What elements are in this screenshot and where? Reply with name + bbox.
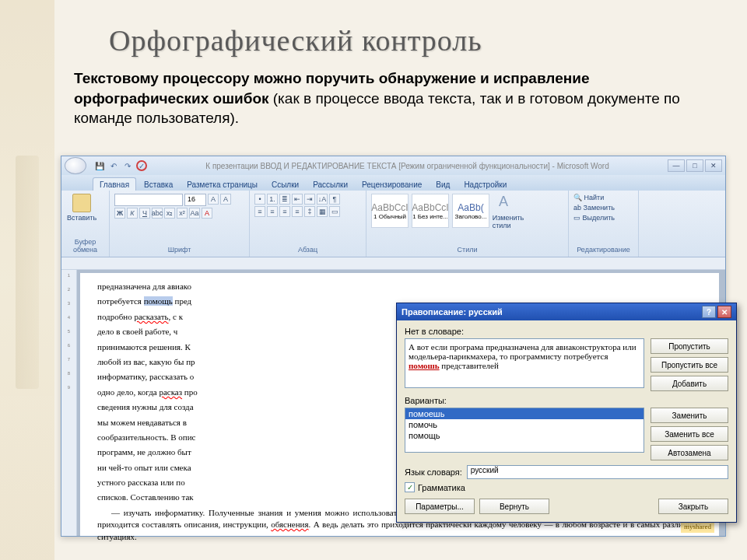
tab-insert[interactable]: Вставка <box>138 178 179 191</box>
slide-title: Орфографический контроль <box>109 23 482 58</box>
shrink-font-icon[interactable]: A <box>220 194 231 205</box>
ribbon: Вставить Буфер обмена 16 A A Ж К Ч abc x… <box>61 191 725 257</box>
change-styles-icon: A <box>499 194 517 212</box>
variant-item[interactable]: помощь <box>405 430 644 441</box>
grammar-label: Грамматика <box>418 483 465 492</box>
tab-view[interactable]: Вид <box>430 178 456 191</box>
redo-icon[interactable]: ↷ <box>122 160 133 171</box>
close-dialog-button[interactable]: Закрыть <box>658 499 728 514</box>
window-title-text: К презентации ВВОД И РЕДАКТИРОВАНИЕ ТЕКС… <box>150 162 665 170</box>
misspelled-word: обяснения <box>271 520 308 529</box>
minimize-button[interactable]: — <box>668 159 685 172</box>
strike-icon[interactable]: abc <box>152 208 163 219</box>
dialog-title-bar[interactable]: Правописание: русский ? ✕ <box>397 303 736 320</box>
skip-button[interactable]: Пропустить <box>651 338 728 354</box>
horizontal-ruler[interactable] <box>61 257 725 270</box>
tab-addins[interactable]: Надстройки <box>458 178 513 191</box>
error-word: помошь <box>409 361 440 370</box>
underline-button[interactable]: Ч <box>139 208 150 219</box>
find-button[interactable]: 🔍 Найти <box>573 194 615 201</box>
numbering-icon[interactable]: 1. <box>267 194 278 205</box>
superscript-icon[interactable]: x² <box>177 208 188 219</box>
spelling-dialog: Правописание: русский ? ✕ Нет в словаре:… <box>396 303 737 523</box>
style-nospacing[interactable]: AaBbCcI1 Без инте... <box>412 194 449 228</box>
align-left-icon[interactable]: ≡ <box>254 206 265 217</box>
variant-item[interactable]: помочь <box>405 419 644 430</box>
variant-item[interactable]: помоешь <box>405 408 644 419</box>
shading-icon[interactable]: ▦ <box>317 206 328 217</box>
dialog-title-text: Правописание: русский <box>402 307 503 317</box>
bullets-icon[interactable]: • <box>254 194 265 205</box>
border-icon[interactable]: ▭ <box>329 206 340 217</box>
misspelled-word: расказать <box>134 312 168 321</box>
variants-label: Варианты: <box>405 396 728 405</box>
close-button[interactable]: ✕ <box>705 159 722 172</box>
paste-button[interactable]: Вставить <box>66 194 97 222</box>
align-center-icon[interactable]: ≡ <box>267 206 278 217</box>
font-name-combo[interactable] <box>114 194 183 206</box>
group-styles-label: Стили <box>371 244 563 254</box>
replace-button[interactable]: ab Заменить <box>573 204 615 212</box>
multilevel-icon[interactable]: ≣ <box>279 194 290 205</box>
selected-word: помощь <box>144 296 173 306</box>
replace-all-button[interactable]: Заменить все <box>651 426 728 442</box>
save-icon[interactable]: 💾 <box>94 160 105 171</box>
word-title-bar: 💾 ↶ ↷ ✓ К презентации ВВОД И РЕДАКТИРОВА… <box>61 156 725 175</box>
add-button[interactable]: Добавить <box>651 376 728 391</box>
group-font-label: Шрифт <box>114 244 244 254</box>
tab-home[interactable]: Главная <box>93 177 136 191</box>
align-right-icon[interactable]: ≡ <box>279 206 290 217</box>
style-normal[interactable]: AaBbCcI1 Обычный <box>371 194 409 228</box>
tab-mailings[interactable]: Рассылки <box>307 178 354 191</box>
tab-layout[interactable]: Разметка страницы <box>181 178 264 191</box>
italic-button[interactable]: К <box>127 208 138 219</box>
autocorrect-button[interactable]: Автозамена <box>651 445 728 460</box>
tab-review[interactable]: Рецензирование <box>356 178 428 191</box>
dialog-help-button[interactable]: ? <box>702 306 716 318</box>
linespace-icon[interactable]: ‡ <box>304 206 315 217</box>
replace-button[interactable]: Заменить <box>651 408 728 423</box>
revert-button[interactable]: Вернуть <box>479 499 549 514</box>
variants-list[interactable]: помоешь помочь помощь <box>405 408 644 453</box>
undo-icon[interactable]: ↶ <box>108 160 119 171</box>
select-button[interactable]: ▭ Выделить <box>573 214 615 222</box>
change-styles-button[interactable]: A Изменить стили <box>493 194 524 229</box>
indent-dec-icon[interactable]: ⇤ <box>292 194 303 205</box>
subscript-icon[interactable]: x₂ <box>164 208 175 219</box>
slide-decoration <box>0 0 54 560</box>
bold-button[interactable]: Ж <box>114 208 125 219</box>
indent-inc-icon[interactable]: ⇥ <box>304 194 315 205</box>
misspelled-word: расказ <box>159 387 182 397</box>
spellcheck-icon[interactable]: ✓ <box>136 160 147 171</box>
paste-icon <box>72 194 91 212</box>
slide-body-text: Текстовому процессору можно поручить обн… <box>74 68 720 128</box>
dialog-close-button[interactable]: ✕ <box>717 306 731 318</box>
sort-icon[interactable]: ↓A <box>317 194 328 205</box>
align-justify-icon[interactable]: ≡ <box>292 206 303 217</box>
not-in-dict-label: Нет в словаре: <box>405 327 728 336</box>
grow-font-icon[interactable]: A <box>208 194 219 205</box>
paste-label: Вставить <box>67 214 96 222</box>
tab-references[interactable]: Ссылки <box>265 178 305 191</box>
office-button[interactable] <box>65 157 86 174</box>
lang-select[interactable]: русский <box>467 465 728 479</box>
grammar-checkbox[interactable]: ✓ <box>405 482 415 492</box>
sentence-textarea[interactable]: А вот если програма предназначена для ав… <box>405 338 644 388</box>
vertical-ruler[interactable]: 123456789 <box>61 270 77 536</box>
word-window: 💾 ↶ ↷ ✓ К презентации ВВОД И РЕДАКТИРОВА… <box>61 156 726 537</box>
style-heading[interactable]: AaBb(Заголово... <box>452 194 489 228</box>
maximize-button[interactable]: □ <box>686 159 703 172</box>
lang-label: Язык словаря: <box>405 467 462 477</box>
params-button[interactable]: Параметры... <box>405 499 475 514</box>
skip-all-button[interactable]: Пропустить все <box>651 357 728 373</box>
highlight-icon[interactable]: Aa <box>189 208 200 219</box>
ribbon-tabs: Главная Вставка Разметка страницы Ссылки… <box>61 175 725 191</box>
pilcrow-icon[interactable]: ¶ <box>329 194 340 205</box>
watermark: myshared <box>681 521 714 533</box>
fontcolor-icon[interactable]: A <box>202 208 212 219</box>
group-editing-label: Редактирование <box>573 244 633 254</box>
font-size-combo[interactable]: 16 <box>184 194 206 206</box>
group-clipboard-label: Буфер обмена <box>66 236 104 254</box>
group-paragraph-label: Абзац <box>254 244 361 254</box>
